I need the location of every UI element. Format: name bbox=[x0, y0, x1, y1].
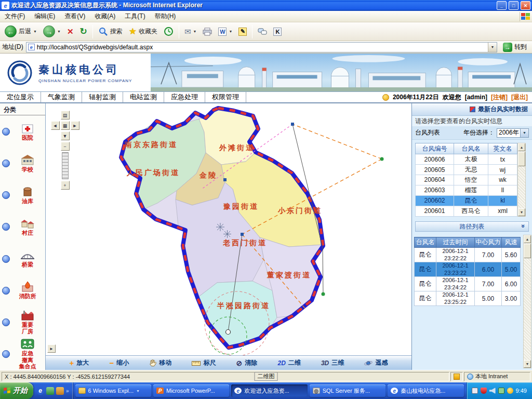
table-row[interactable]: 昆仑2006-12-1 23:22:22 7.005.60 bbox=[415, 248, 521, 262]
sidebar-item-bridge[interactable]: 桥梁 bbox=[0, 243, 45, 275]
scroll-down-button[interactable]: ▼ bbox=[524, 360, 531, 368]
col-header[interactable]: 中心风力 bbox=[475, 237, 502, 248]
collapse-chevron-icon[interactable]: » bbox=[520, 224, 527, 228]
sidebar-item-important-plant[interactable]: 重要 厂房 bbox=[0, 307, 45, 338]
menu-file[interactable]: 文件(F) bbox=[0, 10, 30, 22]
print-button[interactable] bbox=[200, 26, 215, 37]
clear-tool[interactable]: ⊘ 清除 bbox=[236, 358, 258, 367]
tab-weather-monitor[interactable]: 气象监测 bbox=[41, 92, 82, 102]
sidebar-item-assembly-point[interactable]: 应急 撤离 集合点 bbox=[0, 338, 45, 370]
full-extent-button[interactable]: ▦ bbox=[61, 121, 70, 130]
sidebar-expand-button[interactable]: ► bbox=[47, 344, 56, 353]
zoom-in-button[interactable]: + bbox=[61, 181, 70, 190]
scroll-thumb[interactable] bbox=[524, 244, 531, 258]
sidebar-item-school[interactable]: 学校 bbox=[0, 148, 45, 179]
minimize-button[interactable]: _ bbox=[497, 1, 507, 10]
taskbar-button-ie-active[interactable]: e 欢迎进入应急资... bbox=[231, 384, 307, 397]
zoom-out-button[interactable]: − bbox=[61, 142, 70, 151]
refresh-button[interactable]: ↻ bbox=[77, 25, 89, 38]
scroll-up-button[interactable]: ▲ bbox=[518, 143, 525, 151]
menu-help[interactable]: 帮助(H) bbox=[150, 10, 181, 22]
clock[interactable]: 9:49 bbox=[516, 388, 527, 394]
map-canvas[interactable] bbox=[46, 103, 411, 355]
go-button[interactable]: → 转到 bbox=[500, 43, 530, 52]
word-button[interactable]: W ▼ bbox=[216, 26, 235, 37]
zoom-slider[interactable] bbox=[62, 152, 69, 179]
taskbar-button-powerpoint[interactable]: P Microsoft PowerP... bbox=[153, 384, 229, 397]
antivirus-tray-icon[interactable] bbox=[481, 388, 487, 394]
back-button[interactable]: ← 后退 ▼ bbox=[2, 24, 39, 38]
quick-launch-media-icon[interactable] bbox=[56, 387, 64, 395]
tab-emergency-handling[interactable]: 应急处理 bbox=[164, 92, 205, 102]
discuss-button[interactable] bbox=[255, 26, 270, 37]
col-header[interactable]: 英文名 bbox=[488, 143, 517, 154]
year-select[interactable]: 2006年 ▼ bbox=[497, 128, 529, 138]
col-header[interactable]: 台风名 bbox=[454, 143, 488, 154]
scroll-up-button[interactable]: ▲ bbox=[524, 235, 531, 243]
tab-radiation-monitor[interactable]: 辐射监测 bbox=[82, 92, 123, 102]
sidebar-item-village[interactable]: 村庄 bbox=[0, 211, 45, 243]
col-header[interactable]: 风速 bbox=[502, 237, 521, 248]
table-row[interactable]: 200603榴莲ll bbox=[416, 185, 517, 195]
forward-button[interactable]: → ▼ bbox=[41, 24, 63, 38]
table-row[interactable]: 昆仑2006-12-1 23:25:22 5.003.00 bbox=[415, 291, 521, 306]
volume-tray-icon[interactable] bbox=[489, 388, 496, 394]
pan-down-button[interactable]: ▼ bbox=[61, 131, 70, 140]
taskbar-button-explorer[interactable]: 6 Windows Expl... ▼ bbox=[75, 384, 151, 397]
tab-location-display[interactable]: 定位显示 bbox=[0, 92, 41, 102]
scroll-down-button[interactable]: ▼ bbox=[518, 208, 525, 216]
sidebar-item-fire-station[interactable]: 消防所 bbox=[0, 275, 45, 307]
stop-button[interactable]: ✕ bbox=[64, 26, 76, 37]
back-dropdown-icon[interactable]: ▼ bbox=[33, 30, 37, 33]
table-row-selected[interactable]: 200602昆仑kl bbox=[416, 195, 517, 206]
table-row[interactable]: 200601西马仑xml bbox=[416, 206, 517, 216]
kingsoft-button[interactable]: K bbox=[271, 26, 284, 37]
address-input[interactable]: e http://localhost/QSgridwebgis/default.… bbox=[26, 42, 497, 52]
search-button[interactable]: 搜索 bbox=[96, 25, 125, 37]
layers-button[interactable]: ▤ bbox=[61, 111, 70, 119]
sidebar-item-hospital[interactable]: 医院 bbox=[0, 116, 45, 148]
quick-launch-ie-icon[interactable]: e bbox=[36, 387, 44, 395]
exit-link[interactable]: [退出] bbox=[511, 93, 528, 102]
forward-dropdown-icon[interactable]: ▼ bbox=[57, 30, 61, 33]
keyboard-tray-icon[interactable] bbox=[472, 388, 478, 394]
col-header[interactable]: 台风编号 bbox=[416, 143, 454, 154]
col-header[interactable]: 台风名 bbox=[415, 237, 436, 248]
pan-left-button[interactable]: ◄ bbox=[51, 121, 60, 130]
track-scrollbar[interactable]: ▲ ▼ bbox=[523, 235, 531, 368]
ruler-tool[interactable]: 标尺 bbox=[192, 358, 216, 367]
pan-right-button[interactable]: ► bbox=[71, 121, 79, 130]
year-select-arrow-icon[interactable]: ▼ bbox=[520, 129, 528, 137]
menu-favorites[interactable]: 收藏(A) bbox=[90, 10, 120, 22]
quick-launch-overflow-icon[interactable]: » bbox=[66, 388, 69, 394]
word-dropdown-icon[interactable]: ▼ bbox=[229, 30, 232, 33]
table-row[interactable]: 200604悟空wk bbox=[416, 175, 517, 185]
edit-button[interactable]: ✎ bbox=[236, 26, 249, 37]
sidebar-item-oil-depot[interactable]: 油库 bbox=[0, 179, 45, 211]
table-row[interactable]: 200605无忌wj bbox=[416, 165, 517, 175]
path-list-header[interactable]: 路径列表 » bbox=[415, 221, 529, 232]
address-url[interactable]: http://localhost/QSgridwebgis/default.as… bbox=[37, 44, 486, 51]
menu-edit[interactable]: 编辑(E) bbox=[30, 10, 60, 22]
menu-tools[interactable]: 工具(T) bbox=[120, 10, 150, 22]
view-3d-tool[interactable]: 3D 三维 bbox=[321, 358, 344, 367]
scroll-thumb[interactable] bbox=[518, 152, 525, 166]
start-button[interactable]: 开始 bbox=[0, 382, 33, 399]
menu-view[interactable]: 查看(V) bbox=[60, 10, 90, 22]
table-row-selected[interactable]: 昆仑2006-12-1 23:23:22 6.005.00 bbox=[415, 262, 521, 277]
zoom-in-tool[interactable]: + 放大 bbox=[70, 358, 89, 367]
map-mode-chip[interactable]: 二维图 bbox=[255, 372, 278, 381]
table-row[interactable]: 200606太极tx bbox=[416, 154, 517, 165]
taskbar-button-sql-server[interactable]: ◎ SQL Server 服务... bbox=[310, 384, 385, 397]
tab-permission-mgmt[interactable]: 权限管理 bbox=[205, 92, 246, 102]
taskbar-button-qinshan-app[interactable]: e 秦山核电站应急... bbox=[388, 384, 463, 397]
quick-launch-desktop-icon[interactable] bbox=[46, 387, 54, 395]
tab-station-monitor[interactable]: 电站监测 bbox=[123, 92, 164, 102]
mail-button[interactable]: ✉ ▼ bbox=[182, 26, 200, 37]
maximize-button[interactable]: □ bbox=[509, 1, 518, 10]
typhoon-list-scrollbar[interactable]: ▲ ▼ bbox=[517, 143, 526, 217]
mail-dropdown-icon[interactable]: ▼ bbox=[193, 30, 197, 33]
favorites-button[interactable]: ★ 收藏夹 bbox=[126, 25, 160, 38]
logout-link[interactable]: [注销] bbox=[491, 93, 508, 102]
zoom-out-tool[interactable]: − 缩小 bbox=[109, 358, 129, 367]
